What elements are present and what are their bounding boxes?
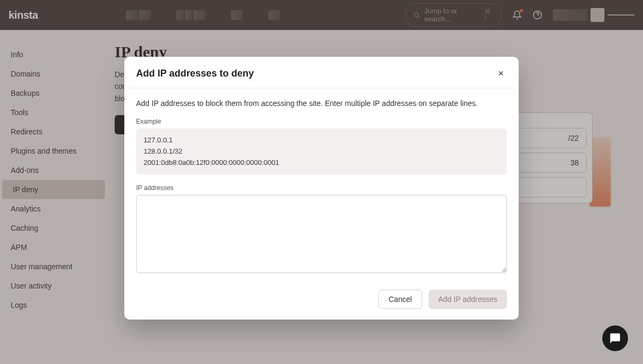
add-ip-modal: Add IP addresses to deny Add IP addresse… (124, 57, 519, 320)
chat-launcher[interactable] (602, 325, 628, 351)
modal-title: Add IP addresses to deny (136, 68, 254, 79)
cancel-button[interactable]: Cancel (378, 290, 422, 309)
example-box: 127.0.0.1 128.0.0.1/32 2001:0db8:0a0b:12… (136, 128, 507, 175)
modal-overlay: Add IP addresses to deny Add IP addresse… (0, 0, 643, 364)
close-icon (497, 70, 505, 77)
add-ip-addresses-button[interactable]: Add IP addresses (429, 290, 507, 309)
chat-icon (609, 332, 621, 344)
example-label: Example (136, 118, 507, 125)
modal-instruction: Add IP addresses to block them from acce… (136, 98, 507, 109)
ip-addresses-label: IP addresses (136, 184, 507, 192)
modal-close-button[interactable] (495, 67, 507, 79)
ip-addresses-input[interactable] (136, 195, 507, 273)
